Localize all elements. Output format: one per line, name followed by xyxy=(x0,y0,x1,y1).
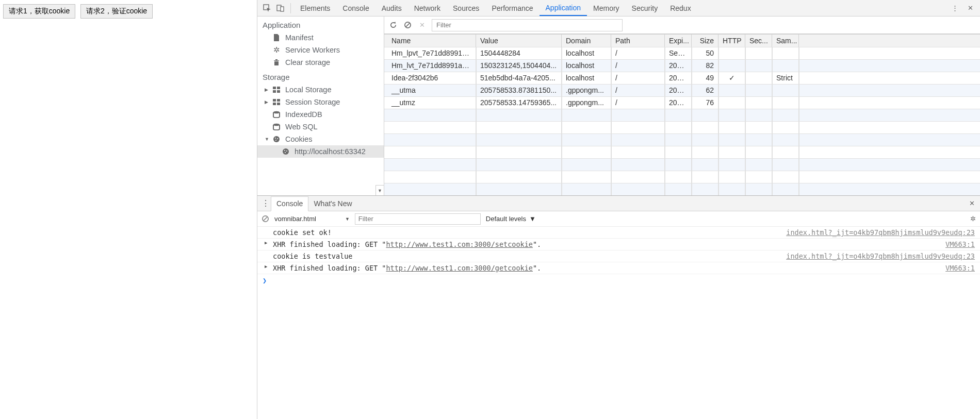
sidebar-item-label: Web SQL xyxy=(285,123,318,131)
drawer-close-icon[interactable]: ✕ xyxy=(967,199,977,207)
console-filter-input[interactable] xyxy=(355,213,481,225)
console-line: ▶XHR finished loading: GET "http://www.t… xyxy=(257,239,980,250)
tab-sources[interactable]: Sources xyxy=(447,0,485,16)
request2-button[interactable]: 请求2，验证cookie xyxy=(80,4,153,19)
clear-console-icon[interactable] xyxy=(262,215,269,223)
console-source-link[interactable]: VM663:1 xyxy=(945,240,975,248)
column-header[interactable]: Path xyxy=(611,35,665,47)
console-source-link[interactable]: index.html?_ijt=o4kb97qbm8hjimsmlud9v9eu… xyxy=(786,252,975,260)
cell-size: 76 xyxy=(692,97,718,109)
column-header[interactable]: Sam... xyxy=(772,35,799,47)
table-row-empty xyxy=(384,146,980,159)
database-icon xyxy=(272,111,281,118)
sidebar-item-clear-storage[interactable]: Clear storage xyxy=(257,56,384,69)
devtools-tabs: ElementsConsoleAuditsNetworkSourcesPerfo… xyxy=(294,0,946,16)
svg-line-22 xyxy=(405,23,410,27)
refresh-icon[interactable] xyxy=(388,21,398,30)
tab-elements[interactable]: Elements xyxy=(294,0,336,16)
gear-icon: ✲ xyxy=(272,46,281,54)
cookie-icon xyxy=(272,136,281,143)
tab-audits[interactable]: Audits xyxy=(375,0,408,16)
column-header[interactable]: Value xyxy=(476,35,562,47)
inspect-element-icon[interactable] xyxy=(260,2,274,15)
cell-sec xyxy=(745,85,772,96)
sidebar-section-application: Application xyxy=(257,16,384,31)
console-output: cookie set ok!index.html?_ijt=o4kb97qbm8… xyxy=(257,227,980,419)
drawer-tab-whatsnew[interactable]: What's New xyxy=(308,196,357,211)
chevron-down-icon: ▼ xyxy=(265,137,271,142)
chevron-right-icon: ▶ xyxy=(265,99,271,105)
console-source-link[interactable]: index.html?_ijt=o4kb97qbm8hjimsmlud9v9eu… xyxy=(786,228,975,237)
application-sidebar: Application Manifest ✲ Service Workers C… xyxy=(257,16,384,195)
log-levels-label: Default levels xyxy=(486,215,526,223)
svg-rect-2 xyxy=(281,7,284,11)
console-context-selector[interactable]: vomnibar.html ▼ xyxy=(274,215,350,223)
storage-icon xyxy=(272,87,281,93)
sidebar-item-manifest[interactable]: Manifest xyxy=(257,31,384,44)
cell-name: Hm_lvt_7e71dd8991a7... xyxy=(384,60,476,72)
cell-domain: localhost xyxy=(562,47,611,59)
column-header[interactable]: Name xyxy=(384,35,476,47)
table-row[interactable]: Idea-2f3042b651eb5dbd-4a7a-4205...localh… xyxy=(384,72,980,85)
svg-point-13 xyxy=(273,136,280,142)
column-header[interactable]: Expi... xyxy=(665,35,692,47)
console-settings-icon[interactable]: ✲ xyxy=(970,215,976,223)
svg-rect-9 xyxy=(273,103,276,105)
column-header[interactable]: Sec... xyxy=(745,35,772,47)
log-levels-selector[interactable]: Default levels ▼ xyxy=(486,215,536,223)
sidebar-item-session-storage[interactable]: ▶ Session Storage xyxy=(257,96,384,108)
drawer-tab-console[interactable]: Console xyxy=(271,196,308,211)
console-toolbar: vomnibar.html ▼ Default levels ▼ ✲ xyxy=(257,211,980,227)
table-row[interactable]: Hm_lpvt_7e71dd8991a...1504448284localhos… xyxy=(384,47,980,60)
column-header[interactable]: Size xyxy=(692,35,718,47)
sidebar-item-label: Local Storage xyxy=(285,86,331,94)
tab-security[interactable]: Security xyxy=(626,0,664,16)
page-content: 请求1，获取cookie 请求2，验证cookie xyxy=(0,0,257,419)
cell-http xyxy=(718,60,745,72)
svg-rect-8 xyxy=(277,99,280,102)
tab-memory[interactable]: Memory xyxy=(587,0,626,16)
sidebar-item-cookies[interactable]: ▼ Cookies xyxy=(257,133,384,145)
sidebar-item-local-storage[interactable]: ▶ Local Storage xyxy=(257,83,384,96)
drawer-menu-icon[interactable]: ⋮ xyxy=(260,198,271,208)
tab-console[interactable]: Console xyxy=(336,0,375,16)
sidebar-item-service-workers[interactable]: ✲ Service Workers xyxy=(257,44,384,56)
svg-rect-7 xyxy=(273,99,276,102)
close-devtools-icon[interactable]: ✕ xyxy=(963,2,977,15)
column-header[interactable]: HTTP xyxy=(718,35,745,47)
request1-button[interactable]: 请求1，获取cookie xyxy=(3,4,75,19)
cell-domain: .gppongm... xyxy=(562,97,611,109)
storage-icon xyxy=(272,99,281,105)
more-menu-icon[interactable]: ⋮ xyxy=(948,2,961,15)
scroll-indicator-icon[interactable]: ▼ xyxy=(375,185,384,195)
cell-http xyxy=(718,85,745,96)
cell-http: ✓ xyxy=(718,72,745,84)
column-header[interactable]: Domain xyxy=(562,35,611,47)
console-prompt[interactable]: ❯ xyxy=(257,274,980,287)
cell-value: 1504448284 xyxy=(476,47,562,59)
sidebar-item-indexeddb[interactable]: IndexedDB xyxy=(257,108,384,121)
svg-point-11 xyxy=(273,111,280,114)
xhr-url-link[interactable]: http://www.test1.com:3000/getcookie xyxy=(386,264,532,272)
table-row[interactable]: __utmz205758533.14759365....gppongm.../2… xyxy=(384,97,980,109)
cell-path: / xyxy=(611,97,665,109)
sidebar-item-label: Clear storage xyxy=(285,58,330,66)
sidebar-cookie-origin[interactable]: http://localhost:63342 xyxy=(257,145,384,158)
table-row[interactable]: __utma205758533.87381150....gppongm.../2… xyxy=(384,85,980,97)
cookies-filter-input[interactable] xyxy=(432,19,623,31)
xhr-url-link[interactable]: http://www.test1.com:3000/setcookie xyxy=(386,240,532,248)
table-row[interactable]: Hm_lvt_7e71dd8991a7...1503231245,1504404… xyxy=(384,60,980,72)
sidebar-item-websql[interactable]: Web SQL xyxy=(257,121,384,133)
cell-value: 205758533.87381150... xyxy=(476,85,562,96)
tab-network[interactable]: Network xyxy=(408,0,447,16)
console-source-link[interactable]: VM663:1 xyxy=(945,264,975,272)
clear-icon[interactable] xyxy=(403,21,412,30)
device-toggle-icon[interactable] xyxy=(274,2,287,15)
svg-point-18 xyxy=(284,150,285,151)
cell-exp: 201... xyxy=(665,60,692,72)
tab-redux[interactable]: Redux xyxy=(664,0,697,16)
tab-performance[interactable]: Performance xyxy=(485,0,539,16)
delete-icon[interactable]: ✕ xyxy=(417,21,427,30)
tab-application[interactable]: Application xyxy=(540,0,587,16)
table-row-empty xyxy=(384,171,980,183)
